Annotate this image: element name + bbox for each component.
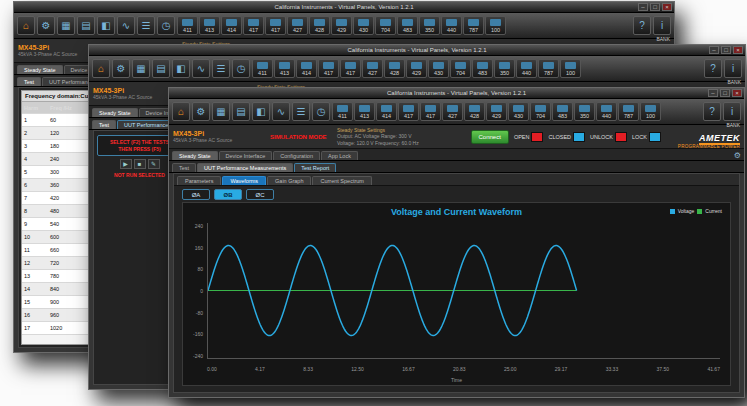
tab-current-spectrum[interactable]: Current Spectrum xyxy=(312,176,371,185)
preset-button[interactable]: 440 xyxy=(516,59,537,78)
preset-button[interactable]: 428 xyxy=(309,16,330,35)
info-icon[interactable]: i xyxy=(723,102,741,121)
preset-button[interactable]: 483 xyxy=(472,59,493,78)
stop-icon[interactable]: ■ xyxy=(134,159,146,169)
preset-button[interactable]: 430 xyxy=(508,102,529,121)
tab-gain-graph[interactable]: Gain Graph xyxy=(267,176,311,185)
meter-icon[interactable]: ◷ xyxy=(312,102,330,121)
lock-control[interactable]: LOCK xyxy=(632,132,661,142)
tab-test[interactable]: Test xyxy=(172,163,196,172)
maximize-button[interactable]: □ xyxy=(721,46,731,54)
wave-icon[interactable]: ∿ xyxy=(117,16,135,35)
titlebar[interactable]: California Instruments - Virtual Panels,… xyxy=(169,88,744,99)
connect-button[interactable]: Connect xyxy=(471,130,509,144)
preset-button[interactable]: 414 xyxy=(296,59,317,78)
help-icon[interactable]: ? xyxy=(703,102,721,121)
edit-icon[interactable]: ✎ xyxy=(148,159,160,169)
preset-button[interactable]: 483 xyxy=(552,102,573,121)
gear-icon[interactable]: ⚙ xyxy=(734,151,741,160)
gear-icon[interactable]: ⚙ xyxy=(192,102,210,121)
output-open-control[interactable]: OPEN xyxy=(514,132,544,142)
maximize-button[interactable]: □ xyxy=(720,89,730,97)
preset-button[interactable]: 413 xyxy=(199,16,220,35)
tab-parameters[interactable]: Parameters xyxy=(177,176,221,185)
preset-button[interactable]: 430 xyxy=(353,16,374,35)
preset-button[interactable]: 417 xyxy=(265,16,286,35)
preset-button[interactable]: 704 xyxy=(450,59,471,78)
panels-icon[interactable]: ▤ xyxy=(152,59,170,78)
maximize-button[interactable]: □ xyxy=(650,3,660,11)
phase-a-button[interactable]: ØA xyxy=(182,189,210,200)
preset-button[interactable]: 100 xyxy=(560,59,581,78)
preset-button[interactable]: 417 xyxy=(340,59,361,78)
preset-button[interactable]: 413 xyxy=(274,59,295,78)
output-closed-control[interactable]: CLOSED xyxy=(548,132,585,142)
preset-button[interactable]: 411 xyxy=(252,59,273,78)
tab-test[interactable]: Test xyxy=(92,120,116,129)
play-icon[interactable]: ▶ xyxy=(120,159,132,169)
phase-c-button[interactable]: ØC xyxy=(246,189,274,200)
tab-app-lock[interactable]: App Lock xyxy=(321,151,358,160)
list-icon[interactable]: ☰ xyxy=(212,59,230,78)
minimize-button[interactable]: – xyxy=(638,3,648,11)
preset-button[interactable]: 350 xyxy=(494,59,515,78)
preset-button[interactable]: 429 xyxy=(331,16,352,35)
minimize-button[interactable]: – xyxy=(709,46,719,54)
wave-icon[interactable]: ∿ xyxy=(192,59,210,78)
scope-icon[interactable]: ◧ xyxy=(97,16,115,35)
scope-icon[interactable]: ◧ xyxy=(172,59,190,78)
preset-button[interactable]: 100 xyxy=(485,16,506,35)
tab-test-report[interactable]: Test Report xyxy=(294,163,336,172)
info-icon[interactable]: i xyxy=(653,16,671,35)
tab-device-interface[interactable]: Device Interface xyxy=(219,151,273,160)
meter-icon[interactable]: ◷ xyxy=(232,59,250,78)
home-icon[interactable]: ⌂ xyxy=(17,16,35,35)
tab-configuration[interactable]: Configuration xyxy=(273,151,320,160)
grid-icon[interactable]: ▦ xyxy=(212,102,230,121)
preset-button[interactable]: 417 xyxy=(420,102,441,121)
preset-button[interactable]: 413 xyxy=(354,102,375,121)
help-icon[interactable]: ? xyxy=(704,59,722,78)
preset-button[interactable]: 429 xyxy=(406,59,427,78)
preset-button[interactable]: 417 xyxy=(318,59,339,78)
close-button[interactable]: × xyxy=(662,3,672,11)
tab-steady-state[interactable]: Steady State xyxy=(92,108,138,117)
preset-button[interactable]: 787 xyxy=(538,59,559,78)
preset-button[interactable]: 350 xyxy=(419,16,440,35)
grid-icon[interactable]: ▦ xyxy=(132,59,150,78)
preset-button[interactable]: 440 xyxy=(441,16,462,35)
panels-icon[interactable]: ▤ xyxy=(232,102,250,121)
titlebar[interactable]: California Instruments - Virtual Panels,… xyxy=(14,2,674,13)
info-icon[interactable]: i xyxy=(724,59,742,78)
phase-b-button[interactable]: ØB xyxy=(214,189,242,200)
titlebar[interactable]: California Instruments - Virtual Panels,… xyxy=(89,45,745,56)
tab-waveforms[interactable]: Waveforms xyxy=(222,176,266,185)
grid-icon[interactable]: ▦ xyxy=(57,16,75,35)
close-button[interactable]: × xyxy=(732,89,742,97)
preset-button[interactable]: 429 xyxy=(486,102,507,121)
unlock-control[interactable]: UNLOCK xyxy=(590,132,627,142)
preset-button[interactable]: 417 xyxy=(243,16,264,35)
home-icon[interactable]: ⌂ xyxy=(92,59,110,78)
preset-button[interactable]: 414 xyxy=(376,102,397,121)
preset-button[interactable]: 417 xyxy=(398,102,419,121)
preset-button[interactable]: 430 xyxy=(428,59,449,78)
tab-steady-state[interactable]: Steady State xyxy=(17,65,63,74)
panels-icon[interactable]: ▤ xyxy=(77,16,95,35)
tab-uut-performance[interactable]: UUT Performance Measurements xyxy=(197,163,293,172)
minimize-button[interactable]: – xyxy=(708,89,718,97)
tab-test[interactable]: Test xyxy=(17,77,41,86)
preset-button[interactable]: 411 xyxy=(332,102,353,121)
home-icon[interactable]: ⌂ xyxy=(172,102,190,121)
preset-button[interactable]: 704 xyxy=(375,16,396,35)
preset-button[interactable]: 440 xyxy=(596,102,617,121)
preset-button[interactable]: 411 xyxy=(177,16,198,35)
gear-icon[interactable]: ⚙ xyxy=(37,16,55,35)
preset-button[interactable]: 787 xyxy=(618,102,639,121)
preset-button[interactable]: 483 xyxy=(397,16,418,35)
help-icon[interactable]: ? xyxy=(633,16,651,35)
list-icon[interactable]: ☰ xyxy=(137,16,155,35)
preset-button[interactable]: 427 xyxy=(362,59,383,78)
preset-button[interactable]: 427 xyxy=(442,102,463,121)
preset-button[interactable]: 414 xyxy=(221,16,242,35)
